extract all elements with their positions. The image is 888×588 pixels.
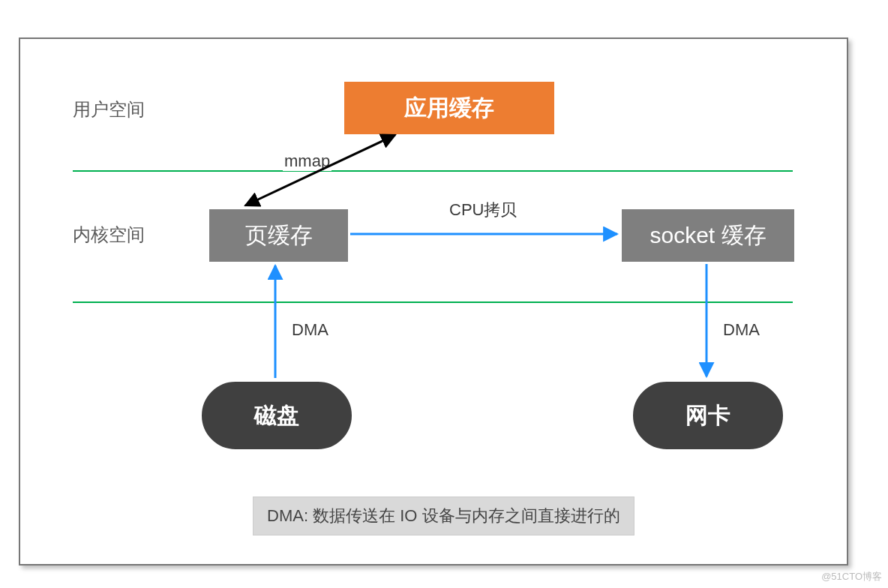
kernel-space-label: 内核空间 <box>73 223 145 247</box>
divider-line <box>73 302 793 303</box>
nic-pill: 网卡 <box>632 380 784 451</box>
mmap-label: mmap <box>283 152 332 171</box>
disk-text: 磁盘 <box>254 400 299 431</box>
app-cache-text: 应用缓存 <box>404 93 494 124</box>
socket-cache-box: socket 缓存 <box>620 208 796 263</box>
dma-left-label: DMA <box>290 320 330 340</box>
divider-line <box>73 170 793 172</box>
nic-text: 网卡 <box>686 400 730 431</box>
user-space-label: 用户空间 <box>73 98 145 122</box>
dma-note-text: DMA: 数据传送在 IO 设备与内存之间直接进行的 <box>267 506 620 525</box>
dma-right-label: DMA <box>722 320 761 340</box>
page-cache-box: 页缓存 <box>208 208 350 263</box>
cpu-copy-label: CPU拷贝 <box>448 199 518 221</box>
disk-pill: 磁盘 <box>200 380 353 451</box>
app-cache-box: 应用缓存 <box>343 80 556 136</box>
dma-note: DMA: 数据传送在 IO 设备与内存之间直接进行的 <box>253 496 634 536</box>
watermark: @51CTO博客 <box>821 570 882 584</box>
page-cache-text: 页缓存 <box>245 220 313 251</box>
diagram-frame: 用户空间 内核空间 应用缓存 页缓存 socket 缓存 磁盘 网卡 DMA: … <box>19 38 848 566</box>
socket-cache-text: socket 缓存 <box>650 220 766 251</box>
